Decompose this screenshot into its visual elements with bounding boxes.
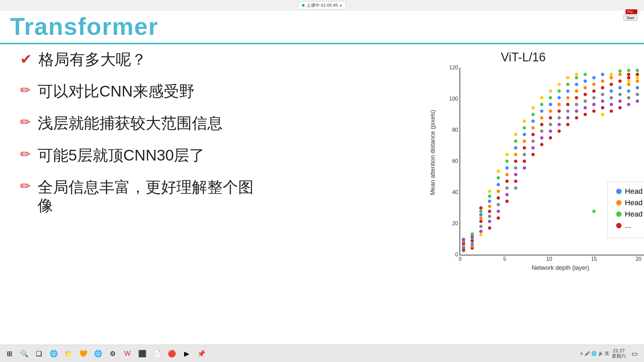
start-menu-icon[interactable]: ⊞ (3, 348, 15, 360)
svg-point-36 (497, 170, 500, 173)
dropdown-arrow[interactable]: ▾ (340, 3, 342, 8)
svg-point-143 (618, 100, 622, 103)
svg-point-44 (505, 153, 509, 156)
svg-point-78 (540, 96, 543, 100)
svg-point-39 (505, 173, 509, 176)
svg-point-48 (514, 146, 517, 149)
taskbar-task-view-icon[interactable]: ❑ (33, 348, 45, 360)
svg-point-46 (514, 160, 517, 163)
svg-point-58 (523, 153, 526, 156)
taskbar-w-icon[interactable]: W (121, 348, 133, 360)
bullet-text-4: 全局信息丰富，更好理解整个图像 (38, 178, 255, 215)
svg-point-122 (592, 103, 596, 106)
svg-point-107 (575, 76, 578, 79)
svg-point-13 (471, 232, 474, 236)
svg-point-34 (497, 209, 500, 213)
svg-point-106 (575, 103, 578, 106)
svg-point-94 (557, 129, 561, 133)
svg-point-114 (584, 100, 587, 103)
tray-up-arrow[interactable]: ∧ (580, 351, 583, 356)
svg-point-156 (636, 86, 639, 89)
svg-point-118 (592, 89, 596, 93)
svg-point-27 (488, 195, 491, 198)
taskbar-doc-icon[interactable]: 📄 (151, 348, 163, 360)
x-tick-10: 10 (546, 255, 552, 262)
svg-point-97 (566, 89, 570, 93)
svg-point-37 (497, 216, 500, 220)
tray-volume-icon[interactable]: 🔊 (598, 351, 603, 356)
svg-point-116 (584, 106, 587, 110)
taskbar-clock[interactable]: 21:27 星期六 (612, 348, 626, 359)
session-status: 上课中 01:05:45 ▾ (298, 1, 346, 9)
svg-point-85 (549, 89, 552, 93)
pencil-icon-3: ✏ (20, 147, 31, 162)
svg-point-142 (618, 93, 622, 96)
svg-point-91 (557, 89, 561, 93)
svg-point-22 (488, 209, 491, 213)
pencil-icon-1: ✏ (20, 83, 31, 98)
legend-item-head1: Head 1 (616, 187, 644, 196)
divider (0, 43, 644, 44)
svg-point-66 (531, 139, 535, 143)
svg-point-17 (479, 225, 483, 228)
taskbar-red-icon[interactable]: 🔴 (166, 348, 178, 360)
svg-point-82 (549, 123, 552, 126)
y-tick-40: 40 (452, 189, 460, 195)
svg-point-77 (540, 143, 543, 146)
y-tick-60: 60 (452, 158, 460, 164)
svg-point-51 (514, 139, 517, 143)
svg-point-155 (636, 79, 639, 83)
y-axis-label: Mean attention distance (pixels) (429, 128, 436, 195)
svg-point-52 (514, 133, 517, 136)
svg-point-64 (531, 126, 535, 129)
x-tick-5: 5 (503, 255, 506, 262)
taskbar-play-icon[interactable]: ▶ (180, 348, 193, 360)
legend-label-head3: Head 3 (625, 210, 644, 219)
svg-point-55 (523, 146, 526, 149)
svg-point-62 (523, 166, 526, 170)
svg-point-152 (627, 69, 630, 72)
bullet-item-4: ✏ 全局信息丰富，更好理解整个图像 (20, 178, 255, 215)
svg-point-110 (575, 73, 578, 76)
svg-point-9 (471, 242, 474, 246)
tray-network-icon[interactable]: 🌐 (591, 351, 597, 356)
svg-point-31 (497, 190, 500, 193)
svg-point-65 (531, 119, 535, 123)
legend-label-head1: Head 1 (625, 187, 644, 196)
svg-point-96 (566, 96, 570, 100)
taskbar-search-icon[interactable]: 🔍 (18, 348, 30, 360)
svg-point-103 (575, 96, 578, 100)
y-tick-20: 20 (452, 221, 460, 227)
taskbar-explorer-icon[interactable]: 📁 (62, 348, 74, 360)
svg-point-115 (584, 73, 587, 76)
taskbar-heart-icon[interactable]: 🧡 (77, 348, 89, 360)
svg-point-23 (488, 205, 491, 208)
svg-point-133 (610, 76, 613, 79)
svg-point-158 (636, 100, 639, 103)
svg-point-29 (488, 226, 491, 230)
taskbar-browser2-icon[interactable]: 🌐 (92, 348, 104, 360)
svg-point-139 (618, 79, 622, 83)
svg-point-20 (479, 206, 483, 210)
taskbar-right: ∧ 🎤 🌐 🔊 英 21:27 星期六 ▭ (580, 348, 641, 360)
svg-point-127 (601, 73, 604, 76)
tray-mic-icon[interactable]: 🎤 (585, 351, 590, 356)
svg-point-104 (575, 89, 578, 93)
start-button[interactable]: Start (624, 15, 637, 21)
svg-point-81 (549, 103, 552, 106)
svg-point-49 (514, 166, 517, 170)
svg-point-90 (557, 116, 561, 119)
taskbar-settings-icon[interactable]: ⚙ (107, 348, 119, 360)
taskbar-box-icon[interactable]: ⬛ (136, 348, 148, 360)
svg-point-86 (549, 136, 552, 139)
taskbar-left: ⊞ 🔍 ❑ 🌐 📁 🧡 🌐 ⚙ W ⬛ 📄 🔴 ▶ 📌 (3, 348, 207, 360)
legend-dot-head2 (616, 200, 622, 205)
svg-point-68 (531, 146, 535, 149)
svg-point-126 (601, 79, 604, 83)
show-desktop-icon[interactable]: ▭ (629, 348, 641, 360)
svg-point-159 (636, 69, 639, 72)
taskbar-edge-icon[interactable]: 🌐 (48, 348, 60, 360)
svg-point-75 (540, 103, 543, 106)
taskbar-pin-icon[interactable]: 📌 (195, 348, 207, 360)
svg-point-112 (584, 86, 587, 89)
